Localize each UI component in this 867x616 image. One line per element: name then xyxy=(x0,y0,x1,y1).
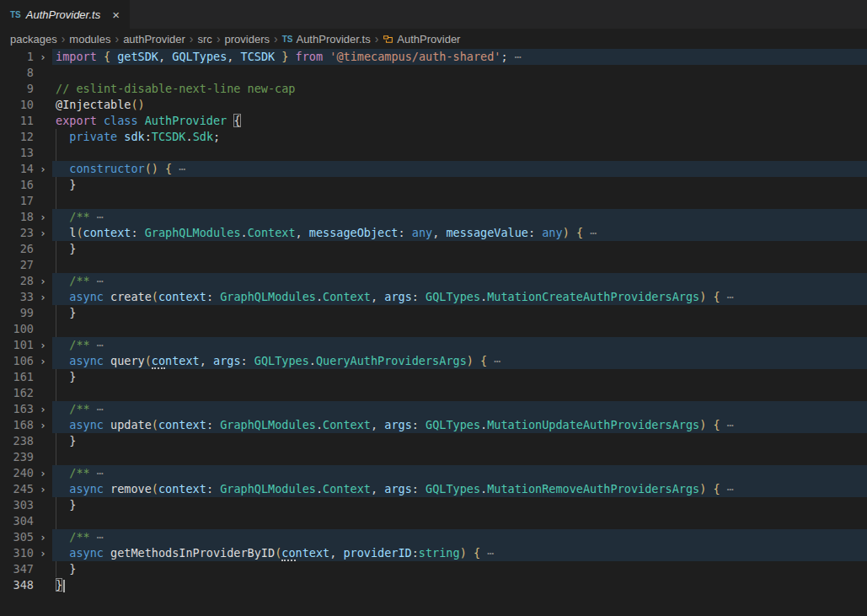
code-line[interactable]: 26 } xyxy=(0,241,867,257)
code-line[interactable]: 99 } xyxy=(0,305,867,321)
code-line[interactable]: 13 xyxy=(0,145,867,161)
code-token xyxy=(56,210,69,223)
code-line[interactable]: 18› /** ⋯ xyxy=(0,209,867,225)
gutter: 28› xyxy=(0,273,52,289)
fold-chevron-icon[interactable]: › xyxy=(34,161,52,177)
close-icon[interactable]: × xyxy=(112,8,120,21)
code-line[interactable]: 163› /** ⋯ xyxy=(0,401,867,417)
code-line[interactable]: 16 } xyxy=(0,177,867,193)
code-token: , xyxy=(296,226,309,239)
line-number: 245 xyxy=(0,481,34,497)
folded-ellipsis[interactable]: ⋯ xyxy=(727,482,734,495)
code-content: /** ⋯ xyxy=(52,273,867,289)
breadcrumb-item-packages[interactable]: packages xyxy=(10,33,57,46)
code-line[interactable]: 14› constructor() { ⋯ xyxy=(0,161,867,177)
fold-chevron-icon[interactable]: › xyxy=(34,465,52,481)
folded-ellipsis[interactable]: ⋯ xyxy=(97,210,104,223)
gutter: 162 xyxy=(0,385,52,401)
fold-chevron-icon[interactable]: › xyxy=(34,417,52,433)
code-line[interactable]: 348} xyxy=(0,577,867,593)
fold-chevron-icon[interactable]: › xyxy=(34,273,52,289)
folded-ellipsis[interactable]: ⋯ xyxy=(97,338,104,351)
fold-chevron-icon[interactable]: › xyxy=(34,353,52,369)
breadcrumb-item-file[interactable]: TSAuthProvider.ts xyxy=(282,33,371,46)
line-number: 348 xyxy=(0,577,34,593)
code-line[interactable]: 101› /** ⋯ xyxy=(0,337,867,353)
code-token xyxy=(90,402,97,415)
fold-chevron-icon[interactable]: › xyxy=(34,529,52,545)
line-number: 161 xyxy=(0,369,34,385)
folded-ellipsis[interactable]: ⋯ xyxy=(487,546,494,560)
breadcrumb-item-modules[interactable]: modules xyxy=(69,33,110,46)
folded-ellipsis[interactable]: ⋯ xyxy=(97,466,104,479)
fold-chevron-icon[interactable]: › xyxy=(34,337,52,353)
code-line[interactable]: 304 xyxy=(0,513,867,529)
code-token xyxy=(90,338,97,351)
code-line[interactable]: 238 } xyxy=(0,433,867,449)
code-content: private sdk:TCSDK.Sdk; xyxy=(52,129,867,145)
fold-chevron-icon[interactable]: › xyxy=(34,481,52,497)
breadcrumb-item-authProvider[interactable]: authProvider xyxy=(123,33,185,46)
breadcrumb-item-symbol[interactable]: AuthProvider xyxy=(383,33,460,46)
code-line[interactable]: 8 xyxy=(0,65,867,81)
code-line[interactable]: 1›import { getSDK, GQLTypes, TCSDK } fro… xyxy=(0,49,867,65)
code-line[interactable]: 106› async query(context, args: GQLTypes… xyxy=(0,353,867,369)
code-token: { xyxy=(165,162,172,175)
breadcrumb-item-providers[interactable]: providers xyxy=(225,33,270,46)
code-token: GraphQLModules xyxy=(145,226,241,239)
code-line[interactable]: 33› async create(context: GraphQLModules… xyxy=(0,289,867,305)
code-line[interactable]: 168› async update(context: GraphQLModule… xyxy=(0,417,867,433)
code-line[interactable]: 162 xyxy=(0,385,867,401)
code-line[interactable]: 305› /** ⋯ xyxy=(0,529,867,545)
code-token xyxy=(56,482,69,495)
text-cursor xyxy=(63,580,65,592)
gutter: 18› xyxy=(0,209,52,225)
fold-chevron-icon[interactable]: › xyxy=(34,225,52,241)
code-line[interactable]: 245› async remove(context: GraphQLModule… xyxy=(0,481,867,497)
code-line[interactable]: 12 private sdk:TCSDK.Sdk; xyxy=(0,129,867,145)
gutter: 303 xyxy=(0,497,52,513)
fold-chevron-icon[interactable]: › xyxy=(34,209,52,225)
code-token: { xyxy=(233,114,240,127)
code-token: , xyxy=(371,290,384,303)
folded-ellipsis[interactable]: ⋯ xyxy=(97,402,104,415)
fold-chevron-icon[interactable]: › xyxy=(34,401,52,417)
indent-guide xyxy=(56,561,56,577)
code-line[interactable]: 100 xyxy=(0,321,867,337)
gutter: 310› xyxy=(0,545,52,561)
code-line[interactable]: 10@Injectable() xyxy=(0,97,867,113)
folded-ellipsis[interactable]: ⋯ xyxy=(179,162,185,175)
folded-ellipsis[interactable]: ⋯ xyxy=(590,226,597,239)
code-token xyxy=(56,162,69,175)
code-token xyxy=(97,50,104,63)
fold-chevron-icon[interactable]: › xyxy=(34,545,52,561)
folded-ellipsis[interactable]: ⋯ xyxy=(97,274,104,287)
breadcrumb-item-src[interactable]: src xyxy=(198,33,212,46)
tab-authprovider[interactable]: TS AuthProvider.ts × xyxy=(0,0,130,29)
fold-column xyxy=(34,241,52,257)
code-line[interactable]: 23› l(context: GraphQLModules.Context, m… xyxy=(0,225,867,241)
gutter: 163› xyxy=(0,401,52,417)
code-line[interactable]: 27 xyxy=(0,257,867,273)
code-line[interactable]: 11export class AuthProvider { xyxy=(0,113,867,129)
folded-ellipsis[interactable]: ⋯ xyxy=(727,290,734,303)
code-line[interactable]: 28› /** ⋯ xyxy=(0,273,867,289)
folded-ellipsis[interactable]: ⋯ xyxy=(494,354,500,367)
code-line[interactable]: 17 xyxy=(0,193,867,209)
code-line[interactable]: 240› /** ⋯ xyxy=(0,465,867,481)
code-token: string xyxy=(419,546,460,560)
code-token: context xyxy=(158,418,206,431)
folded-ellipsis[interactable]: ⋯ xyxy=(515,50,522,63)
fold-chevron-icon[interactable]: › xyxy=(34,49,52,65)
code-line[interactable]: 9// eslint-disable-next-line new-cap xyxy=(0,81,867,97)
code-line[interactable]: 161 } xyxy=(0,369,867,385)
code-line[interactable]: 310› async getMethodsInProviderByID(cont… xyxy=(0,545,867,561)
code-line[interactable]: 347 } xyxy=(0,561,867,577)
code-line[interactable]: 303 } xyxy=(0,497,867,513)
folded-ellipsis[interactable]: ⋯ xyxy=(727,418,734,431)
folded-ellipsis[interactable]: ⋯ xyxy=(97,530,104,544)
fold-chevron-icon[interactable]: › xyxy=(34,289,52,305)
code-line[interactable]: 239 xyxy=(0,449,867,465)
breadcrumb-separator: › xyxy=(375,32,379,46)
code-token: ntext xyxy=(165,354,200,367)
